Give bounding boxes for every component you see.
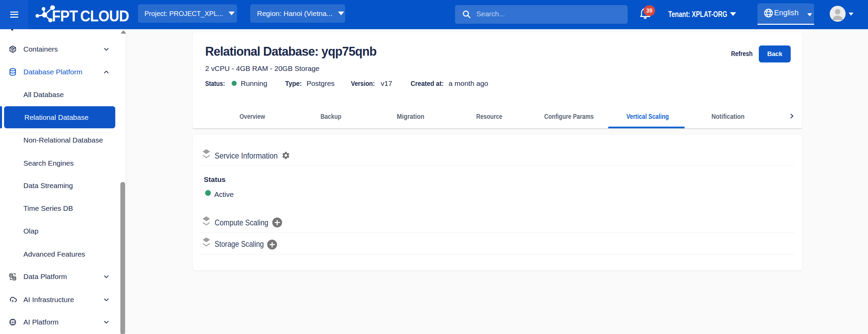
svg-text:AI: AI [12,321,14,324]
